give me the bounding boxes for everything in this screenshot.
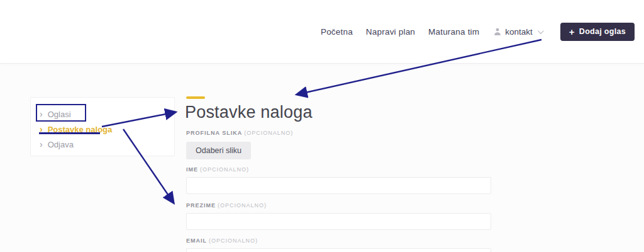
- profile-photo-field: PROFILNA SLIKA(OPCIONALNO) Odaberi sliku: [186, 130, 293, 159]
- email-label: EMAIL(OPCIONALNO): [186, 238, 491, 244]
- nav-link-maturana-tim[interactable]: Maturana tim: [428, 27, 479, 37]
- optional-hint: (OPCIONALNO): [218, 202, 267, 209]
- choose-image-button[interactable]: Odaberi sliku: [186, 142, 251, 159]
- label-text: IME: [186, 166, 198, 173]
- optional-hint: (OPCIONALNO): [209, 238, 258, 244]
- last-name-field: PREZIME(OPCIONALNO): [186, 202, 491, 230]
- last-name-label: PREZIME(OPCIONALNO): [186, 202, 491, 209]
- last-name-input[interactable]: [186, 213, 491, 230]
- chevron-right-icon: ›: [40, 140, 43, 149]
- sidebar-item-oglasi[interactable]: › Oglasi: [40, 106, 174, 122]
- user-menu[interactable]: kontakt: [494, 27, 542, 37]
- chevron-right-icon: ›: [40, 125, 43, 134]
- account-sidebar: › Oglasi › Postavke naloga › Odjava: [30, 97, 175, 156]
- person-icon: [494, 28, 501, 35]
- email-field: EMAIL(OPCIONALNO): [186, 238, 491, 252]
- nav-link-napravi-plan[interactable]: Napravi plan: [366, 27, 415, 37]
- sidebar-item-postavke-naloga[interactable]: › Postavke naloga: [40, 122, 174, 137]
- sidebar-item-label: Odjava: [48, 140, 74, 149]
- header: Početna Napravi plan Maturana tim kontak…: [0, 0, 644, 63]
- chevron-down-icon: [538, 28, 544, 34]
- label-text: PREZIME: [186, 202, 216, 209]
- user-menu-label: kontakt: [505, 27, 533, 37]
- add-listing-label: Dodaj oglas: [579, 27, 626, 36]
- sidebar-item-label: Oglasi: [48, 110, 71, 119]
- page-title: Postavke naloga: [185, 103, 313, 122]
- nav-link-pocetna[interactable]: Početna: [321, 27, 353, 37]
- plus-icon: +: [569, 27, 575, 37]
- first-name-field: IME(OPCIONALNO): [186, 166, 491, 194]
- sidebar-item-label: Postavke naloga: [48, 125, 113, 134]
- page: Početna Napravi plan Maturana tim kontak…: [0, 0, 644, 252]
- email-input[interactable]: [186, 248, 491, 252]
- profile-photo-label: PROFILNA SLIKA(OPCIONALNO): [186, 130, 293, 136]
- chevron-right-icon: ›: [40, 110, 43, 118]
- sidebar-item-odjava[interactable]: › Odjava: [40, 137, 174, 152]
- label-text: EMAIL: [186, 238, 207, 244]
- accent-divider: [186, 96, 205, 99]
- first-name-input[interactable]: [186, 177, 491, 194]
- main-nav: Početna Napravi plan Maturana tim kontak…: [321, 0, 635, 63]
- optional-hint: (OPCIONALNO): [244, 130, 293, 136]
- add-listing-button[interactable]: + Dodaj oglas: [560, 23, 635, 41]
- label-text: PROFILNA SLIKA: [186, 130, 242, 136]
- first-name-label: IME(OPCIONALNO): [186, 166, 491, 173]
- optional-hint: (OPCIONALNO): [200, 166, 249, 173]
